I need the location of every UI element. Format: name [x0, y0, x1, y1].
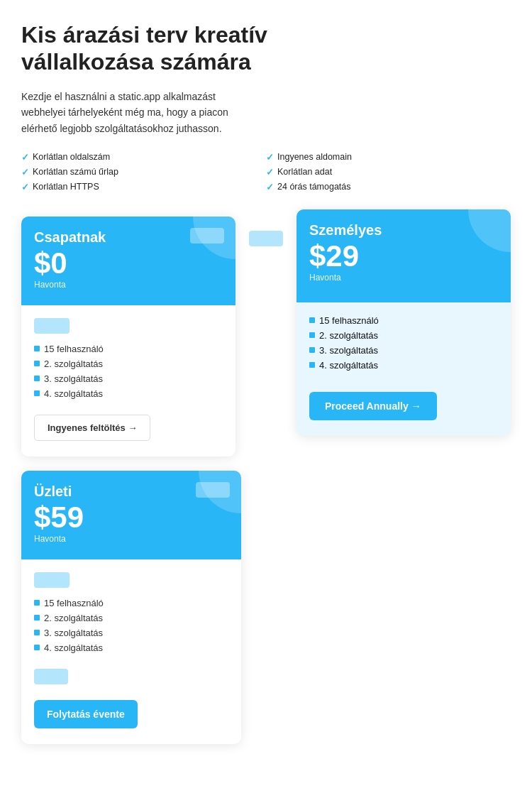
- personal-card: Személyes $29 Havonta 15 felhasználó 2. …: [297, 209, 511, 436]
- features-row: ✓ Korlátlan oldalszám ✓ Korlátlan számú …: [21, 152, 511, 197]
- personal-card-title: Személyes: [309, 222, 498, 239]
- feature-item-6: ✓ 24 órás támogatás: [266, 182, 511, 192]
- bullet-icon: [309, 362, 315, 368]
- team-features-list: 15 felhasználó 2. szolgáltatás 3. szolgá…: [34, 344, 223, 399]
- team-placeholder-rect: [34, 318, 70, 334]
- personal-card-price: $29: [309, 241, 498, 271]
- business-card-period: Havonta: [34, 534, 228, 544]
- personal-feature-2: 2. szolgáltatás: [309, 330, 498, 341]
- feature-item-5: ✓ Korlátlan adat: [266, 167, 511, 177]
- team-feature-4: 4. szolgáltatás: [34, 388, 223, 399]
- check-icon-6: ✓: [266, 182, 274, 192]
- personal-feature-4: 4. szolgáltatás: [309, 360, 498, 371]
- team-cta-button[interactable]: Ingyenes feltöltés →: [34, 415, 150, 441]
- features-col-left: ✓ Korlátlan oldalszám ✓ Korlátlan számú …: [21, 152, 266, 197]
- team-feature-3: 3. szolgáltatás: [34, 373, 223, 384]
- feature-item-3: ✓ Korlátlan HTTPS: [21, 182, 266, 192]
- team-card-price: $0: [34, 248, 223, 278]
- bullet-icon: [309, 332, 315, 338]
- features-col-right: ✓ Ingyenes aldomain ✓ Korlátlan adat ✓ 2…: [266, 152, 511, 197]
- business-card-header: Üzleti $59 Havonta: [21, 471, 241, 559]
- bullet-icon: [34, 346, 40, 351]
- team-feature-1: 15 felhasználó: [34, 344, 223, 354]
- team-card-badge: [190, 228, 224, 244]
- personal-feature-1: 15 felhasználó: [309, 315, 498, 326]
- team-card-header: Csapatnak $0 Havonta: [21, 217, 235, 305]
- page-title: Kis árazási terv kreatív vállalkozása sz…: [21, 21, 291, 76]
- bullet-icon: [309, 347, 315, 353]
- business-feature-2: 2. szolgáltatás: [34, 613, 228, 623]
- check-icon-4: ✓: [266, 152, 274, 163]
- business-card-price: $59: [34, 503, 228, 532]
- team-card: Csapatnak $0 Havonta 15 felhasználó 2. s…: [21, 217, 235, 456]
- business-card-body: 15 felhasználó 2. szolgáltatás 3. szolgá…: [21, 559, 241, 744]
- middle-placeholder-rect-1: [249, 231, 283, 246]
- bullet-icon: [34, 600, 40, 606]
- bullet-icon: [34, 615, 40, 620]
- bullet-icon: [34, 361, 40, 366]
- check-icon-2: ✓: [21, 167, 29, 177]
- team-card-body: 15 felhasználó 2. szolgáltatás 3. szolgá…: [21, 305, 235, 456]
- cards-row-top: Csapatnak $0 Havonta 15 felhasználó 2. s…: [21, 217, 511, 456]
- personal-cta-button[interactable]: Proceed Annually →: [309, 392, 437, 420]
- bullet-icon: [309, 317, 315, 323]
- feature-item-2: ✓ Korlátlan számú űrlap: [21, 167, 266, 177]
- business-card: Üzleti $59 Havonta 15 felhasználó 2. szo…: [21, 471, 241, 744]
- personal-card-period: Havonta: [309, 273, 498, 283]
- page-subtitle: Kezdje el használni a static.app alkalma…: [21, 89, 241, 136]
- business-cta-button[interactable]: Folytatás évente: [34, 700, 138, 728]
- bullet-icon: [34, 630, 40, 635]
- check-icon-5: ✓: [266, 167, 274, 177]
- bullet-icon: [34, 390, 40, 396]
- business-feature-1: 15 felhasználó: [34, 598, 228, 608]
- bullet-icon: [34, 645, 40, 650]
- business-features-list: 15 felhasználó 2. szolgáltatás 3. szolgá…: [34, 598, 228, 653]
- personal-feature-3: 3. szolgáltatás: [309, 345, 498, 356]
- personal-features-list: 15 felhasználó 2. szolgáltatás 3. szolgá…: [309, 315, 498, 371]
- business-feature-3: 3. szolgáltatás: [34, 628, 228, 638]
- team-card-period: Havonta: [34, 280, 223, 290]
- business-placeholder-rect-bottom: [34, 669, 68, 684]
- personal-card-header: Személyes $29 Havonta: [297, 209, 511, 302]
- cards-row-bottom: Üzleti $59 Havonta 15 felhasználó 2. szo…: [21, 471, 511, 744]
- feature-item-4: ✓ Ingyenes aldomain: [266, 152, 511, 163]
- business-placeholder-rect: [34, 572, 70, 588]
- personal-card-body: 15 felhasználó 2. szolgáltatás 3. szolgá…: [297, 302, 511, 436]
- business-feature-4: 4. szolgáltatás: [34, 642, 228, 653]
- team-feature-2: 2. szolgáltatás: [34, 359, 223, 369]
- bullet-icon: [34, 376, 40, 381]
- feature-item-1: ✓ Korlátlan oldalszám: [21, 152, 266, 163]
- check-icon-3: ✓: [21, 182, 29, 192]
- check-icon-1: ✓: [21, 152, 29, 163]
- middle-spacer: [248, 217, 284, 256]
- business-card-badge: [196, 482, 230, 498]
